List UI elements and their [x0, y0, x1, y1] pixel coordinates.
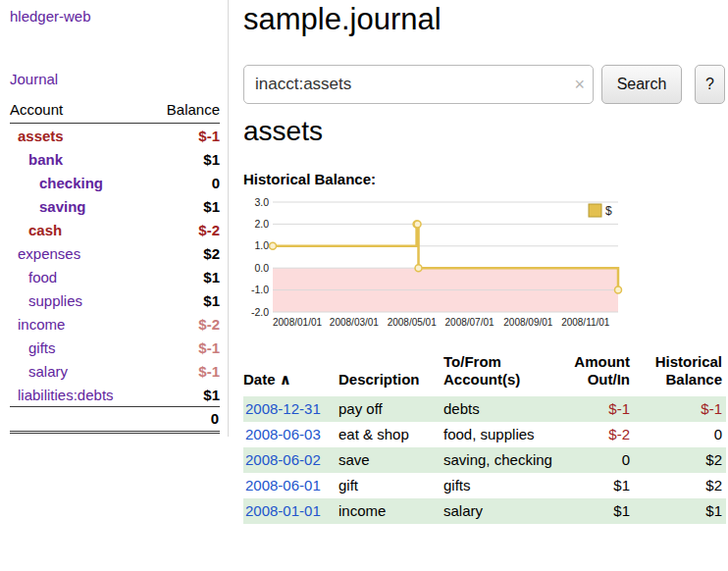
account-balance: $2: [203, 245, 220, 262]
search-bar: × Search ?: [243, 65, 725, 104]
chart-data-point: [615, 286, 622, 293]
transaction-balance: $1: [638, 498, 726, 524]
register-row: 2008-06-02savesaving, checking0$2: [243, 447, 726, 473]
account-balance: $-1: [198, 363, 220, 380]
account-balance: $1: [203, 151, 220, 168]
account-row: saving$1: [10, 194, 220, 218]
account-heading: assets: [243, 116, 323, 147]
account-balance: $-2: [198, 222, 220, 238]
app-title-link[interactable]: hledger-web: [10, 8, 91, 25]
register-row: 2008-01-01incomesalary$1$1: [243, 498, 726, 524]
chart-xtick-label: 2008/01/01: [273, 317, 322, 328]
balance-header-line1: Historical: [655, 353, 722, 370]
chart-data-point: [270, 242, 277, 249]
transaction-date-link[interactable]: 2008-06-01: [245, 477, 321, 493]
accounts-header-line1: To/From: [443, 353, 501, 370]
transaction-accounts: salary: [443, 498, 571, 524]
accounts-header: Account Balance: [10, 101, 220, 124]
chart-ytick-label: -2.0: [251, 306, 269, 318]
register-header-row: Date ∧ Description To/From Account(s) Am…: [243, 353, 726, 396]
transaction-description: income: [338, 498, 443, 524]
transaction-date-link[interactable]: 2008-01-01: [245, 502, 321, 519]
account-row: supplies$1: [10, 288, 220, 312]
transaction-accounts: debts: [443, 396, 571, 422]
transaction-date-link[interactable]: 2008-06-02: [245, 451, 321, 468]
chart-xtick-label: 2008/09/01: [503, 317, 552, 328]
balance-header-line2: Balance: [665, 371, 722, 388]
help-button[interactable]: ?: [695, 65, 725, 104]
search-input[interactable]: [243, 65, 594, 104]
search-box: ×: [243, 65, 594, 104]
account-balance: 0: [212, 175, 220, 191]
account-link-income[interactable]: income: [10, 316, 65, 333]
register-row: 2008-12-31pay offdebts$-1$-1: [243, 396, 726, 422]
account-link-assets[interactable]: assets: [10, 128, 64, 144]
account-row: cash$-2: [10, 218, 220, 241]
account-balance: $-2: [198, 316, 220, 333]
column-header-description: Description: [338, 353, 443, 396]
register-row: 2008-06-03eat & shopfood, supplies$-20: [243, 422, 726, 447]
account-link-salary[interactable]: salary: [10, 363, 68, 380]
account-link-saving[interactable]: saving: [10, 198, 86, 215]
account-link-liabilities-debts[interactable]: liabilities:debts: [10, 387, 114, 403]
transaction-date-cell: 2008-12-31: [243, 396, 338, 422]
transaction-amount: $-2: [571, 422, 638, 447]
transaction-description: eat & shop: [338, 422, 443, 447]
account-row: food$1: [10, 265, 220, 288]
transaction-date-cell: 2008-06-03: [243, 422, 338, 447]
chart-xtick-label: 2008/03/01: [330, 317, 379, 328]
transaction-description: gift: [338, 473, 443, 498]
search-button[interactable]: Search: [601, 65, 682, 104]
account-link-gifts[interactable]: gifts: [10, 339, 56, 356]
account-balance: $1: [203, 292, 220, 309]
chart-title: Historical Balance:: [243, 171, 376, 187]
chart-xtick-label: 2008/05/01: [388, 317, 437, 328]
sidebar: hledger-web Journal Account Balance asse…: [0, 0, 229, 437]
chart-ytick-label: 2.0: [254, 218, 269, 230]
account-balance: $1: [203, 198, 220, 215]
account-link-supplies[interactable]: supplies: [10, 292, 82, 309]
description-header-label: Description: [338, 371, 420, 388]
transaction-balance: $2: [638, 473, 726, 498]
date-header-label: Date: [243, 371, 276, 388]
column-header-balance: Historical Balance: [638, 353, 726, 396]
amount-header-line1: Amount: [574, 353, 630, 370]
account-link-cash[interactable]: cash: [10, 222, 62, 238]
account-row: income$-2: [10, 312, 220, 336]
account-balance: $1: [203, 387, 220, 403]
account-balance: $-1: [198, 128, 220, 144]
transaction-date-cell: 2008-06-02: [243, 447, 338, 473]
column-header-date[interactable]: Date ∧: [243, 353, 338, 396]
accounts-total-row: 0: [10, 406, 220, 434]
chart-data-point: [415, 265, 422, 272]
accounts-total-value: 0: [211, 410, 219, 427]
register-table: Date ∧ Description To/From Account(s) Am…: [243, 353, 726, 524]
account-link-bank[interactable]: bank: [10, 151, 63, 168]
transaction-accounts: food, supplies: [443, 422, 571, 447]
column-header-amount: Amount Out/In: [571, 353, 638, 396]
chart-xtick-label: 2008/11/01: [561, 317, 610, 328]
chart-legend-label: $: [605, 204, 612, 218]
account-link-checking[interactable]: checking: [10, 175, 103, 191]
page-title: sample.journal: [243, 2, 442, 37]
account-link-food[interactable]: food: [10, 269, 57, 286]
accounts-header-line2: Account(s): [443, 371, 520, 388]
register-row: 2008-06-01giftgifts$1$2: [243, 473, 726, 498]
transaction-balance: 0: [638, 422, 726, 447]
account-balance: $-1: [198, 339, 220, 356]
chart-ytick-label: 1.0: [254, 239, 269, 251]
accounts-header-account-label: Account: [10, 101, 63, 118]
account-link-expenses[interactable]: expenses: [10, 245, 80, 262]
transaction-description: save: [338, 447, 443, 473]
account-row: bank$1: [10, 147, 220, 171]
transaction-date-link[interactable]: 2008-12-31: [245, 400, 321, 417]
transaction-amount: $1: [571, 498, 638, 524]
transaction-amount: 0: [571, 447, 638, 473]
sidebar-item-journal[interactable]: Journal: [10, 71, 58, 87]
account-row: assets$-1: [10, 124, 220, 147]
accounts-list: assets$-1bank$1checking0saving$1cash$-2e…: [10, 124, 220, 406]
transaction-date-link[interactable]: 2008-06-03: [245, 426, 321, 442]
clear-search-icon[interactable]: ×: [574, 76, 585, 93]
chart-ytick-label: -1.0: [251, 284, 269, 295]
transaction-amount: $-1: [571, 396, 638, 422]
